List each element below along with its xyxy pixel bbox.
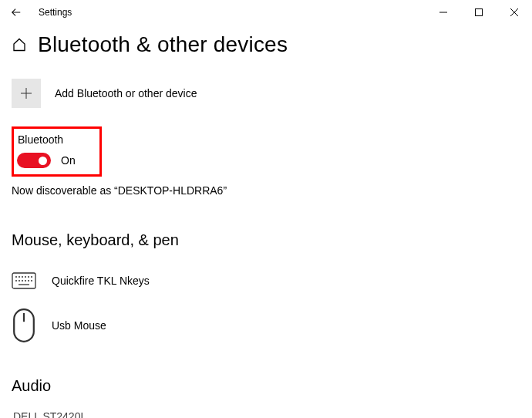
plus-icon <box>20 87 32 99</box>
content: Bluetooth & other devices Add Bluetooth … <box>0 25 532 418</box>
add-device-label: Add Bluetooth or other device <box>55 87 197 99</box>
maximize-button[interactable] <box>461 0 497 25</box>
keyboard-icon <box>12 271 36 290</box>
device-row-mouse[interactable]: Usb Mouse <box>12 303 520 348</box>
device-label: Quickfire TKL Nkeys <box>52 275 150 287</box>
window-title: Settings <box>32 7 72 18</box>
bluetooth-toggle-state: On <box>61 154 76 167</box>
audio-section: Audio DELL ST2420L <box>12 377 520 418</box>
titlebar: Settings <box>0 0 532 25</box>
back-button[interactable] <box>0 0 32 25</box>
window-controls <box>426 0 532 25</box>
bluetooth-label: Bluetooth <box>17 133 95 146</box>
minimize-button[interactable] <box>426 0 461 25</box>
home-icon <box>12 37 27 52</box>
section-title-audio: Audio <box>12 377 520 395</box>
maximize-icon <box>475 8 483 16</box>
page-title: Bluetooth & other devices <box>38 32 288 57</box>
device-row-keyboard[interactable]: Quickfire TKL Nkeys <box>12 258 520 303</box>
section-title-mouse: Mouse, keyboard, & pen <box>12 231 520 249</box>
back-arrow-icon <box>11 7 22 18</box>
discoverable-text: Now discoverable as “DESKTOP-HLDRRA6” <box>12 184 520 197</box>
add-device-button[interactable]: Add Bluetooth or other device <box>12 79 520 108</box>
minimize-icon <box>439 8 447 16</box>
mouse-icon <box>12 316 36 335</box>
close-icon <box>510 8 518 16</box>
device-row-audio-truncated[interactable]: DELL ST2420L <box>12 404 520 418</box>
titlebar-left: Settings <box>0 0 72 25</box>
add-tile <box>12 79 41 108</box>
bluetooth-highlight: Bluetooth On <box>12 126 102 177</box>
home-button[interactable] <box>12 37 27 52</box>
device-label: Usb Mouse <box>52 319 106 332</box>
svg-rect-1 <box>476 9 483 16</box>
bluetooth-toggle[interactable] <box>17 153 51 168</box>
close-button[interactable] <box>497 0 532 25</box>
header-row: Bluetooth & other devices <box>12 32 520 57</box>
bluetooth-toggle-row: On <box>17 153 95 168</box>
toggle-thumb <box>39 157 47 165</box>
